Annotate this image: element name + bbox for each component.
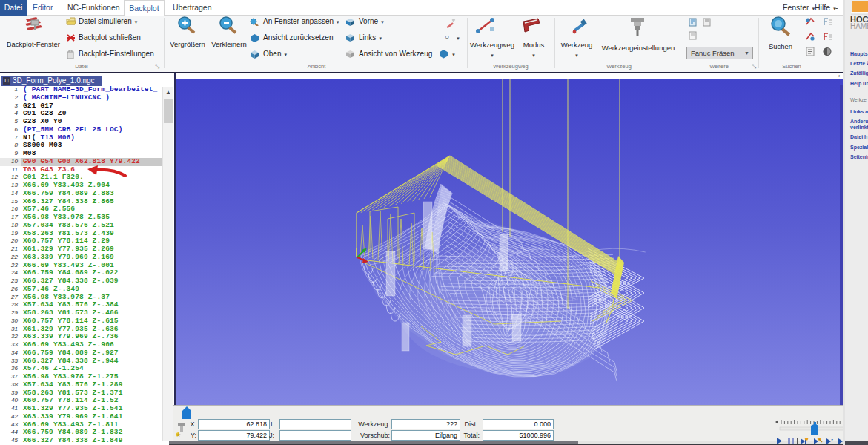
svg-text:z: z bbox=[831, 438, 833, 442]
svg-text:★: ★ bbox=[176, 432, 181, 438]
